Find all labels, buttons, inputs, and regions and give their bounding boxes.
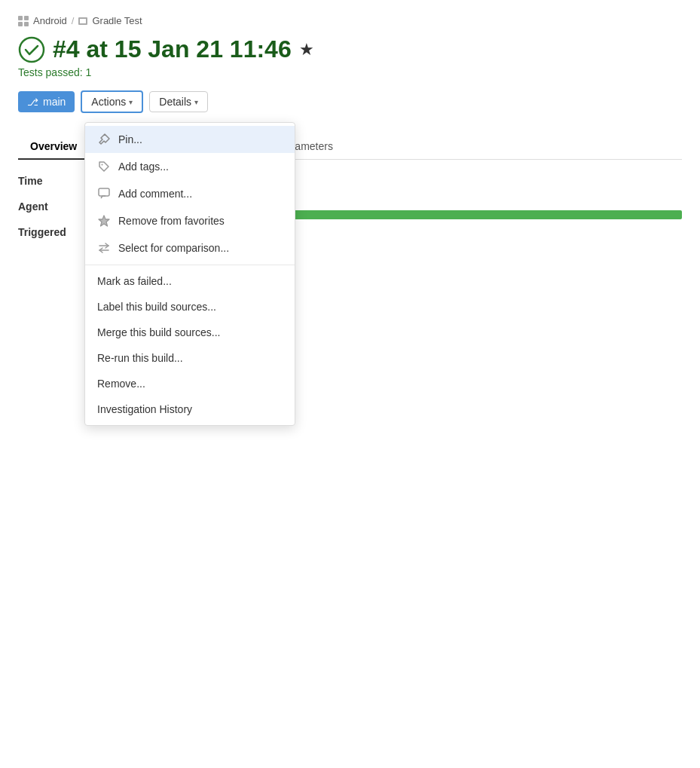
dropdown-item-add-comment[interactable]: Add comment... [85, 180, 295, 207]
build-number-title: #4 at 15 Jan 21 11:46 [53, 35, 292, 63]
details-chevron-icon: ▾ [194, 98, 198, 106]
dropdown-item-pin-label: Pin... [118, 133, 142, 145]
dropdown-item-pin[interactable]: Pin... [85, 126, 295, 153]
actions-dropdown-menu: Pin... Add tags... [84, 122, 295, 426]
tag-icon [97, 160, 111, 173]
favorite-star-icon[interactable]: ★ [299, 40, 314, 60]
project-grid-icon [18, 16, 29, 26]
dropdown-item-label-sources[interactable]: Label this build sources... [85, 294, 295, 320]
svg-point-0 [20, 38, 44, 62]
breadcrumb: Android / Gradle Test [18, 15, 682, 26]
tab-overview[interactable]: Overview [18, 134, 89, 160]
branch-button[interactable]: ⎇ main [18, 91, 75, 112]
pin-icon [97, 133, 111, 146]
breadcrumb-sep: / [72, 15, 75, 26]
dropdown-item-add-comment-label: Add comment... [118, 188, 192, 200]
tests-passed-label: Tests passed: 1 [18, 66, 682, 78]
dropdown-item-add-tags[interactable]: Add tags... [85, 153, 295, 180]
dropdown-item-select-comparison-label: Select for comparison... [118, 242, 229, 254]
dropdown-section-2: Mark as failed... Label this build sourc… [85, 265, 295, 425]
dropdown-item-remove-favorites-label: Remove from favorites [118, 215, 225, 227]
favorites-star-icon [97, 214, 111, 228]
dropdown-item-investigation-history[interactable]: Investigation History [85, 396, 295, 422]
dropdown-item-remove[interactable]: Remove... [85, 371, 295, 396]
compare-icon [97, 241, 111, 255]
branch-icon: ⎇ [27, 96, 38, 108]
actions-chevron-icon: ▾ [129, 98, 133, 106]
dropdown-section-1: Pin... Add tags... [85, 123, 295, 265]
svg-marker-3 [99, 216, 109, 226]
build-success-icon [18, 36, 45, 63]
build-title-row: #4 at 15 Jan 21 11:46 ★ [18, 35, 682, 63]
branch-label: main [43, 96, 66, 108]
breadcrumb-project-link[interactable]: Android [33, 15, 67, 26]
svg-rect-2 [99, 188, 109, 196]
breadcrumb-buildconfig-link[interactable]: Gradle Test [92, 15, 142, 26]
build-config-rect-icon [78, 17, 87, 25]
dropdown-item-select-comparison[interactable]: Select for comparison... [85, 234, 295, 262]
actions-button[interactable]: Actions ▾ [81, 90, 143, 113]
details-button-label: Details [159, 96, 191, 108]
toolbar: ⎇ main Actions ▾ Details ▾ Pin... [18, 90, 682, 113]
dropdown-item-add-tags-label: Add tags... [118, 161, 169, 173]
svg-point-1 [102, 164, 103, 166]
dropdown-item-merge-sources[interactable]: Merge this build sources... [85, 320, 295, 345]
details-button[interactable]: Details ▾ [149, 91, 208, 112]
dropdown-item-mark-failed[interactable]: Mark as failed... [85, 268, 295, 294]
actions-button-label: Actions [91, 96, 126, 108]
dropdown-item-rerun-build[interactable]: Re-run this build... [85, 345, 295, 371]
dropdown-item-remove-favorites[interactable]: Remove from favorites [85, 207, 295, 234]
comment-icon [97, 187, 111, 200]
